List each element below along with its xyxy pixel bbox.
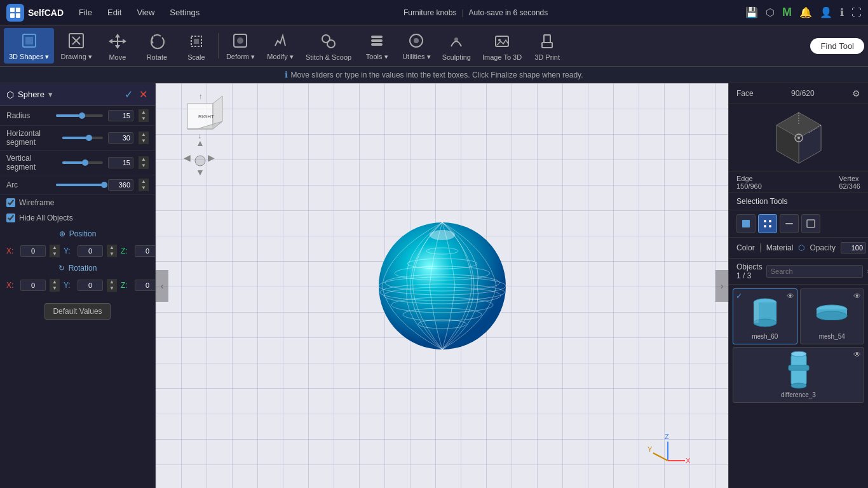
pos-z-input[interactable] — [135, 245, 156, 257]
radius-slider[interactable] — [56, 114, 103, 117]
arc-slider-container — [56, 184, 103, 186]
h-segment-down[interactable]: ▼ — [139, 138, 149, 144]
radius-up[interactable]: ▲ — [139, 109, 149, 116]
info-icon[interactable]: ℹ — [840, 6, 844, 18]
viewport-right-arrow[interactable]: › — [715, 270, 728, 302]
save-icon[interactable]: 💾 — [745, 6, 758, 18]
center-nav-icon[interactable] — [195, 156, 205, 166]
object-mesh-60[interactable]: ✓ 👁 mesh_60 — [733, 288, 797, 344]
toolbar-item-image-to-3d[interactable]: Image To 3D — [477, 28, 527, 64]
nav-cube[interactable]: RIGHT ↓ ↓ — [175, 91, 226, 142]
default-values-button[interactable]: Default Values — [44, 303, 110, 320]
settings-gear-icon[interactable]: ⚙ — [852, 88, 860, 98]
rot-x-down[interactable]: ▼ — [50, 285, 60, 292]
h-segment-slider[interactable] — [62, 137, 103, 139]
objects-search-input[interactable] — [766, 265, 863, 278]
toolbar-label-scale: Scale — [187, 53, 205, 61]
move-position-icon: ⊕ — [59, 229, 65, 238]
mesh-60-preview — [746, 293, 784, 331]
toolbar-item-drawing[interactable]: Drawing ▾ — [55, 28, 97, 64]
arc-down[interactable]: ▼ — [139, 185, 149, 191]
rotation-header[interactable]: ↻ Rotation — [0, 260, 155, 276]
toolbar-item-modify[interactable]: Modify ▾ — [261, 28, 299, 64]
user-icon[interactable]: 👤 — [820, 6, 832, 18]
rot-y-up[interactable]: ▲ — [107, 279, 117, 285]
rot-x-up[interactable]: ▲ — [50, 279, 60, 285]
pos-x-up[interactable]: ▲ — [50, 245, 60, 251]
material-icon[interactable]: ⬡ — [798, 243, 804, 252]
share-icon[interactable]: ⬡ — [766, 6, 775, 18]
toolbar-item-3d-print[interactable]: 3D Print — [528, 28, 566, 64]
v-segment-label: Verticalsegment — [6, 154, 57, 172]
arc-slider[interactable] — [56, 184, 103, 186]
infobar: ℹ Move sliders or type in the values int… — [0, 67, 868, 83]
pos-y-input[interactable] — [78, 245, 103, 257]
hide-all-checkbox[interactable] — [6, 214, 15, 222]
toolbar-item-move[interactable]: Move — [98, 28, 137, 64]
v-segment-input[interactable] — [108, 157, 133, 168]
v-segment-down[interactable]: ▼ — [139, 163, 149, 169]
object-difference-3[interactable]: 👁 difference_3 — [733, 347, 864, 403]
rot-z-input[interactable] — [135, 280, 156, 291]
v-segment-up[interactable]: ▲ — [139, 156, 149, 163]
arc-up[interactable]: ▲ — [139, 179, 149, 185]
wireframe-label[interactable]: Wireframe — [19, 198, 54, 207]
select-face-icon[interactable] — [736, 214, 756, 233]
menu-view[interactable]: View — [130, 5, 161, 20]
opacity-input[interactable] — [841, 242, 866, 254]
v-segment-slider[interactable] — [62, 161, 103, 164]
pos-x-input[interactable] — [20, 245, 46, 257]
arc-input[interactable] — [108, 179, 133, 191]
rot-x-input[interactable] — [20, 280, 46, 291]
left-arrow-icon[interactable]: ◀ — [184, 152, 191, 163]
viewport: ‹ › RIGHT ↓ ↓ ▲ ◀ — [156, 83, 728, 488]
right-arrow-icon[interactable]: ▶ — [208, 152, 215, 163]
mesh-60-eye-icon[interactable]: 👁 — [787, 292, 794, 301]
toolbar-item-scale[interactable]: Scale — [177, 28, 215, 64]
face-info: Face 90/620 ⚙ — [729, 83, 868, 104]
diff-3-eye-icon[interactable]: 👁 — [853, 350, 861, 359]
radius-input[interactable] — [108, 110, 133, 121]
rot-y-down[interactable]: ▼ — [107, 285, 117, 292]
toolbar-item-rotate[interactable]: Rotate — [138, 28, 176, 64]
pos-x-down[interactable]: ▼ — [50, 251, 60, 257]
menu-settings[interactable]: Settings — [163, 5, 206, 20]
toolbar-item-sculpting[interactable]: Sculpting — [437, 28, 476, 64]
select-edge-icon[interactable] — [780, 214, 799, 233]
select-object-icon[interactable] — [801, 214, 820, 233]
pos-y-up[interactable]: ▲ — [107, 245, 117, 251]
toolbar-item-stitch-scoop[interactable]: Stitch & Scoop — [301, 28, 356, 64]
m-icon[interactable]: M — [782, 6, 792, 19]
toolbar-item-3d-shapes[interactable]: 3D Shapes ▾ — [4, 28, 54, 64]
rot-x-label: X: — [6, 281, 17, 290]
mesh-54-eye-icon[interactable]: 👁 — [853, 292, 861, 301]
position-header[interactable]: ⊕ Position — [0, 226, 155, 242]
hide-all-label[interactable]: Hide All Objects — [19, 214, 73, 222]
toolbar-item-deform[interactable]: Deform ▾ — [221, 28, 260, 64]
rot-y-input[interactable] — [78, 280, 103, 291]
rotation-coords: X: ▲ ▼ Y: ▲ ▼ Z: ▲ ▼ — [0, 276, 155, 294]
toolbar-label-3d-shapes: 3D Shapes ▾ — [9, 53, 49, 61]
close-panel-button[interactable]: ✕ — [138, 87, 149, 102]
h-segment-input[interactable] — [108, 132, 133, 144]
bell-icon[interactable]: 🔔 — [799, 6, 812, 18]
h-segment-up[interactable]: ▲ — [139, 132, 149, 138]
fullscreen-icon[interactable]: ⛶ — [851, 7, 862, 18]
radius-down[interactable]: ▼ — [139, 116, 149, 122]
down-arrow-icon[interactable]: ▼ — [196, 167, 205, 177]
menu-file[interactable]: File — [72, 5, 98, 20]
confirm-button[interactable]: ✓ — [123, 87, 134, 102]
toolbar-item-tools[interactable]: Tools ▾ — [358, 28, 396, 64]
material-label: Material — [766, 243, 794, 252]
object-mesh-54[interactable]: 👁 mesh_54 — [800, 288, 865, 344]
view-cube[interactable] — [770, 109, 827, 166]
menu-edit[interactable]: Edit — [101, 5, 128, 20]
color-picker[interactable] — [760, 243, 761, 253]
find-tool-button[interactable]: Find Tool — [810, 38, 864, 54]
pos-y-down[interactable]: ▼ — [107, 251, 117, 257]
wireframe-checkbox[interactable] — [6, 198, 15, 207]
toolbar-item-utilities[interactable]: Utilities ▾ — [397, 28, 436, 64]
select-vertex-icon[interactable] — [758, 214, 777, 233]
pos-y-label: Y: — [64, 247, 74, 255]
viewport-left-arrow[interactable]: ‹ — [156, 270, 168, 302]
